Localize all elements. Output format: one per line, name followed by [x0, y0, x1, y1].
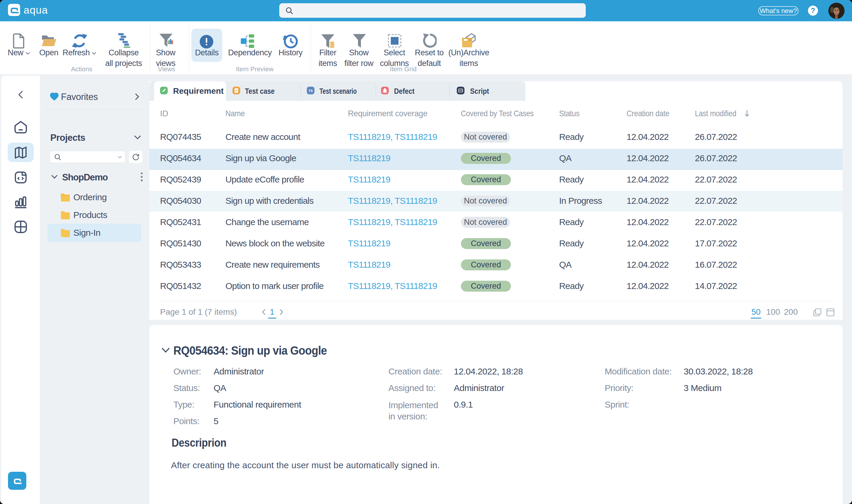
svg-text:TS: TS: [309, 89, 313, 93]
